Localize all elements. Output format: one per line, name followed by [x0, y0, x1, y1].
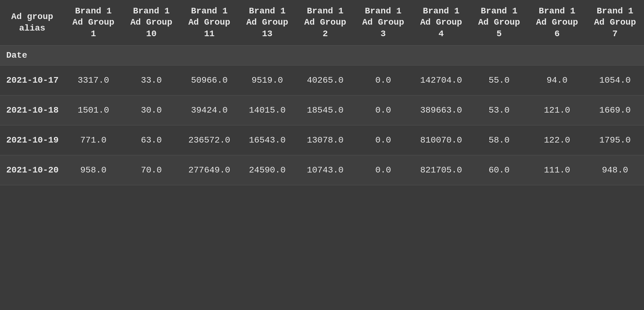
cell-value: 1669.0: [586, 95, 644, 125]
row-date: 2021-10-19: [0, 125, 65, 155]
header-col9: Brand 1 Ad Group 6: [528, 0, 586, 46]
header-row: Ad group alias Brand 1 Ad Group 1 Brand …: [0, 0, 644, 46]
header-col2: Brand 1 Ad Group 10: [123, 0, 180, 46]
cell-value: 30.0: [123, 95, 180, 125]
subheader-label: Date: [0, 46, 644, 65]
cell-value: 63.0: [123, 125, 180, 155]
header-col7: Brand 1 Ad Group 4: [412, 0, 470, 46]
cell-value: 121.0: [528, 95, 586, 125]
cell-value: 0.0: [354, 155, 412, 185]
cell-value: 33.0: [123, 65, 180, 95]
cell-value: 0.0: [354, 95, 412, 125]
cell-value: 810070.0: [412, 125, 470, 155]
cell-value: 14015.0: [238, 95, 296, 125]
table-row: 2021-10-19 771.0 63.0 236572.0 16543.0 1…: [0, 125, 644, 155]
header-col1: Brand 1 Ad Group 1: [65, 0, 123, 46]
header-col4: Brand 1 Ad Group 13: [238, 0, 296, 46]
cell-value: 0.0: [354, 65, 412, 95]
cell-value: 39424.0: [180, 95, 238, 125]
table-row: 2021-10-17 3317.0 33.0 50966.0 9519.0 40…: [0, 65, 644, 95]
cell-value: 1501.0: [65, 95, 123, 125]
cell-value: 0.0: [354, 125, 412, 155]
cell-value: 55.0: [470, 65, 528, 95]
row-date: 2021-10-20: [0, 155, 65, 185]
cell-value: 111.0: [528, 155, 586, 185]
cell-value: 58.0: [470, 125, 528, 155]
header-col10: Brand 1 Ad Group 7: [586, 0, 644, 46]
cell-value: 1795.0: [586, 125, 644, 155]
cell-value: 9519.0: [238, 65, 296, 95]
cell-value: 277649.0: [180, 155, 238, 185]
data-table: Ad group alias Brand 1 Ad Group 1 Brand …: [0, 0, 644, 185]
cell-value: 1054.0: [586, 65, 644, 95]
cell-value: 958.0: [65, 155, 123, 185]
header-alias: Ad group alias: [0, 0, 65, 46]
header-col5: Brand 1 Ad Group 2: [296, 0, 354, 46]
table-row: 2021-10-20 958.0 70.0 277649.0 24590.0 1…: [0, 155, 644, 185]
cell-value: 948.0: [586, 155, 644, 185]
cell-value: 821705.0: [412, 155, 470, 185]
cell-value: 389663.0: [412, 95, 470, 125]
cell-value: 53.0: [470, 95, 528, 125]
cell-value: 94.0: [528, 65, 586, 95]
header-col3: Brand 1 Ad Group 11: [180, 0, 238, 46]
row-date: 2021-10-17: [0, 65, 65, 95]
cell-value: 18545.0: [296, 95, 354, 125]
cell-value: 13078.0: [296, 125, 354, 155]
cell-value: 142704.0: [412, 65, 470, 95]
row-date: 2021-10-18: [0, 95, 65, 125]
cell-value: 24590.0: [238, 155, 296, 185]
cell-value: 771.0: [65, 125, 123, 155]
header-col8: Brand 1 Ad Group 5: [470, 0, 528, 46]
cell-value: 3317.0: [65, 65, 123, 95]
cell-value: 16543.0: [238, 125, 296, 155]
cell-value: 10743.0: [296, 155, 354, 185]
cell-value: 40265.0: [296, 65, 354, 95]
table-container: Ad group alias Brand 1 Ad Group 1 Brand …: [0, 0, 644, 185]
cell-value: 70.0: [123, 155, 180, 185]
cell-value: 236572.0: [180, 125, 238, 155]
cell-value: 122.0: [528, 125, 586, 155]
subheader-row: Date: [0, 46, 644, 65]
table-row: 2021-10-18 1501.0 30.0 39424.0 14015.0 1…: [0, 95, 644, 125]
cell-value: 60.0: [470, 155, 528, 185]
header-col6: Brand 1 Ad Group 3: [354, 0, 412, 46]
cell-value: 50966.0: [180, 65, 238, 95]
